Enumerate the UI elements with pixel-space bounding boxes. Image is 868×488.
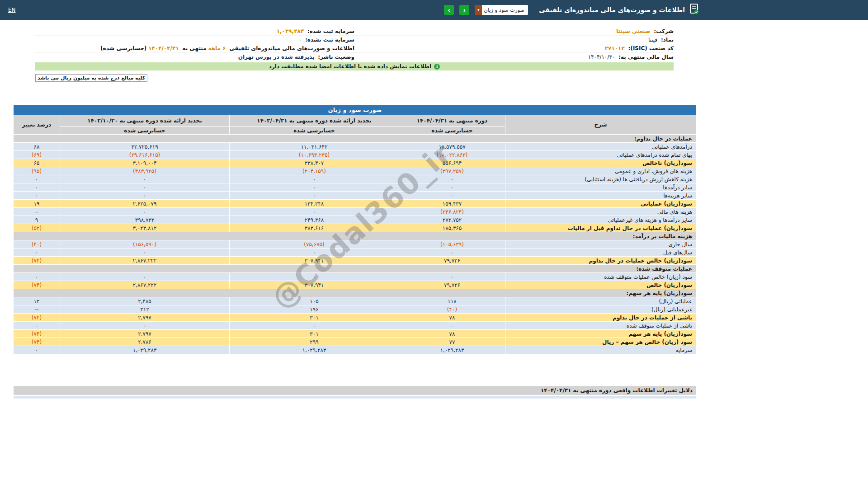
period3-value: ۲,۴۸۵ xyxy=(60,297,230,305)
publisher-status-label: وضعیت ناشر: xyxy=(318,54,354,60)
period1-value: (۱۸,۰۲۲,۸۶۳) xyxy=(399,151,505,159)
table-section-row: هزینه مالیات بر درآمد: xyxy=(14,232,696,240)
period1-value: ۰ xyxy=(399,249,505,257)
period3-value: ۳,۱۰۹,۰۰۴ xyxy=(60,159,230,167)
period3-value: ۱,۰۲۹,۲۸۳ xyxy=(60,346,230,354)
report-document-icon xyxy=(689,4,698,16)
row-label: سود(زیان) عملیاتی xyxy=(505,200,696,208)
language-toggle-en[interactable]: EN xyxy=(8,7,16,13)
change-percent-value: (۵۲) xyxy=(14,224,60,232)
change-percent-value: (۷۴) xyxy=(14,281,60,289)
row-label: هزینه های فروش، اداری و عمومی xyxy=(505,167,696,175)
period3-value: ۲,۸۶۷,۲۲۲ xyxy=(60,257,230,265)
nav-next-button[interactable]: ‹ xyxy=(459,5,469,15)
column-header-period2: تجدید ارائه شده دوره منتهی به ۱۴۰۳/۰۴/۳۱ xyxy=(230,115,399,127)
row-label: درآمدهای عملیاتی xyxy=(505,143,696,151)
period1-value: ۰ xyxy=(399,183,505,192)
isic-field: کد صنعت (ISIC): ۲۷۱۰۱۲ xyxy=(354,44,674,53)
subheader-audited-period1: حسابرسی شده xyxy=(399,127,505,135)
signature-match-banner: i اطلاعات نمایش داده شده با اطلاعات امضا… xyxy=(35,62,674,70)
period1-value: ۰ xyxy=(399,192,505,200)
period2-value: ۲۹۹ xyxy=(230,338,399,346)
change-percent-value: (۹۵) xyxy=(14,167,60,175)
change-percent-value: ۱۹ xyxy=(14,200,60,208)
row-label: سود(زیان) پایه هر سهم xyxy=(505,330,696,338)
period2-value: ۳۰۷,۹۴۱ xyxy=(230,257,399,265)
section-row-label: عملیات در حال تداوم: xyxy=(14,135,696,143)
period2-value: ۳۸۳,۶۱۶ xyxy=(230,224,399,232)
changes-reasons-section-header: دلایل تغییرات اطلاعات واقعی دوره منتهی ب… xyxy=(14,386,696,395)
interim-statement-line: اطلاعات و صورت‌های مالی میاندوره‌ای تلفی… xyxy=(35,44,354,53)
period1-value: ۷۸ xyxy=(399,330,505,338)
period3-value: ۳۲,۷۲۵,۶۱۹ xyxy=(60,143,230,151)
period1-value: ۵۵۶,۶۹۴ xyxy=(399,159,505,167)
registered-capital-value: ۱,۰۲۹,۲۸۳ xyxy=(277,28,304,34)
row-label: سایر هزینه‌ها xyxy=(505,192,696,200)
period2-value: ۰ xyxy=(230,175,399,183)
table-section-row: عملیات در حال تداوم: xyxy=(14,135,696,143)
company-info-grid: شرکت: صنعتي سپنتا سرمایه ثبت شده: ۱,۰۲۹,… xyxy=(35,27,674,61)
unregistered-capital-field: سرمایه ثبت نشده: ۰ xyxy=(35,36,354,44)
period3-value: ۳,۰۲۳,۸۱۲ xyxy=(60,224,230,232)
change-percent-value: ۱۲ xyxy=(14,297,60,305)
period3-value: ۲,۶۲۵,۰۷۹ xyxy=(60,200,230,208)
change-percent-value: ۰ xyxy=(14,346,60,354)
period1-value: ۷۸ xyxy=(399,314,505,322)
change-percent-value: (۷۴) xyxy=(14,330,60,338)
table-row: غیرعملیاتی (ریال)(۴۰)۱۹۶۳۱۲-- xyxy=(14,305,696,314)
table-row: سود(زیان) عملیات در حال تداوم قبل از مال… xyxy=(14,224,696,232)
statement-type-value: صورت سود و زیان xyxy=(482,7,528,13)
period3-value: ۲,۸۶۷,۲۲۲ xyxy=(60,281,230,289)
fiscal-year-field: سال مالی منتهی به: ۱۴۰۴/۱۰/۳۰ xyxy=(354,53,674,61)
isic-value: ۲۷۱۰۱۲ xyxy=(605,45,625,52)
row-label: هزینه کاهش ارزش دریافتنی ها (هزینه استثن… xyxy=(505,175,696,183)
row-label: ناشی از عملیات در حال تداوم xyxy=(505,314,696,322)
row-label: ناشی از عملیات متوقف شده xyxy=(505,322,696,330)
period1-value: (۱۰۵,۶۳۹) xyxy=(399,240,505,249)
change-percent-value: (۷۴) xyxy=(14,338,60,346)
period3-value: ۰ xyxy=(60,183,230,192)
period2-value: ۳۳۸,۴۰۷ xyxy=(230,159,399,167)
publisher-status-value: پذیرفته شده در بورس تهران xyxy=(238,54,315,60)
period1-value: ۷۷ xyxy=(399,338,505,346)
table-row: سایر درآمدها۰۰۰۰ xyxy=(14,183,696,192)
table-row: سود (زیان) خالص عملیات متوقف شده۰۰۰۰ xyxy=(14,273,696,281)
period1-value: ۱۸,۵۷۹,۵۵۷ xyxy=(399,143,505,151)
table-section-row: عملیات متوقف شده: xyxy=(14,265,696,273)
unregistered-capital-value: ۰ xyxy=(299,37,302,43)
period2-value: ۱,۰۲۹,۲۸۳ xyxy=(230,346,399,354)
statement-type-select[interactable]: صورت سود و زیان ▾ xyxy=(475,5,528,15)
symbol-field: نماد: فپنتا xyxy=(354,36,674,44)
period1-value: ۰ xyxy=(399,273,505,281)
period2-value: (۲۰۴,۱۵۹) xyxy=(230,167,399,175)
period1-value: (۳۹۷,۲۵۷) xyxy=(399,167,505,175)
period2-value: ۱۰۵ xyxy=(230,297,399,305)
interim-date: ۱۴۰۴/۰۴/۳۱ xyxy=(148,45,179,52)
next-section-partial-row xyxy=(14,396,696,399)
table-row: ناشی از عملیات متوقف شده۰۰۰۰ xyxy=(14,322,696,330)
period3-value: (۲۹,۶۱۶,۶۱۵) xyxy=(60,151,230,159)
table-row: سایر درآمدها و هزینه های غیرعملیاتی۲۷۲,۷… xyxy=(14,216,696,224)
table-row: سود(زیان) خالص۷۹,۷۲۶۳۰۷,۹۴۱۲,۸۶۷,۲۲۲(۷۴) xyxy=(14,281,696,289)
row-label: سود(زیان) عملیات در حال تداوم قبل از مال… xyxy=(505,224,696,232)
registered-capital-label: سرمایه ثبت شده: xyxy=(307,28,354,34)
registered-capital-field: سرمایه ثبت شده: ۱,۰۲۹,۲۸۳ xyxy=(35,27,354,36)
row-label: غیرعملیاتی (ریال) xyxy=(505,305,696,314)
change-percent-value: -- xyxy=(14,305,60,314)
section-row-label: هزینه مالیات بر درآمد: xyxy=(14,232,696,240)
table-title: صورت سود و زیان xyxy=(14,105,696,115)
section-row-label: سود(زیان) پایه هر سهم: xyxy=(14,289,696,297)
nav-prev-button[interactable]: › xyxy=(444,5,454,15)
company-info-panel: شرکت: صنعتي سپنتا سرمایه ثبت شده: ۱,۰۲۹,… xyxy=(35,26,674,64)
change-percent-value: ۹ xyxy=(14,216,60,224)
period2-value: (۱۰,۶۹۳,۲۳۵) xyxy=(230,151,399,159)
row-label: بهای تمام شده درآمدهای عملیاتی xyxy=(505,151,696,159)
period1-value: ۱۵۹,۴۳۷ xyxy=(399,200,505,208)
table-row: هزینه های فروش، اداری و عمومی(۳۹۷,۲۵۷)(۲… xyxy=(14,167,696,175)
period3-value: ۰ xyxy=(60,175,230,183)
table-row: ناشی از عملیات در حال تداوم۷۸۳۰۱۲,۷۹۷(۷۴… xyxy=(14,314,696,322)
period2-value: ۰ xyxy=(230,183,399,192)
table-row: سود(زیان) پایه هر سهم۷۸۳۰۱۲,۷۹۷(۷۴) xyxy=(14,330,696,338)
income-statement-table: شرح دوره منتهی به ۱۴۰۴/۰۴/۳۱ تجدید ارائه… xyxy=(13,115,696,354)
table-row: سود(زیان) خالص عملیات در حال تداوم۷۹,۷۲۶… xyxy=(14,257,696,265)
